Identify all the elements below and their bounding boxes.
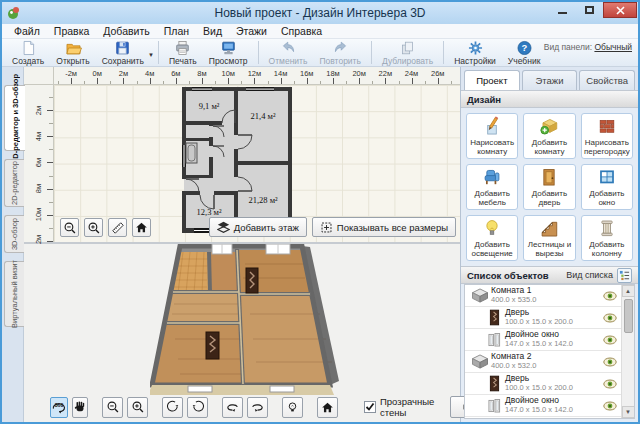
menu-item[interactable]: Этажи <box>229 25 274 37</box>
scroll-up-arrow[interactable]: ▲ <box>622 285 635 297</box>
scroll-down-arrow[interactable]: ▼ <box>622 406 635 418</box>
tilt-up-button[interactable] <box>162 397 183 418</box>
visibility-eye-button[interactable] <box>603 379 617 389</box>
print-button[interactable]: Печать <box>163 39 203 66</box>
menu-item[interactable]: Справка <box>274 25 329 37</box>
visibility-eye-button[interactable] <box>603 335 617 345</box>
editor-column: -2м0м2м4м6м8м10м12м14м16м18м20м22м24м26м… <box>24 67 460 422</box>
close-button[interactable] <box>603 2 637 18</box>
title-bar[interactable]: Новый проект - Дизайн Интерьера 3D <box>2 2 638 24</box>
ruler-tick-label: 10м <box>215 67 241 84</box>
new-document-icon <box>20 40 37 56</box>
save-dropdown-arrow[interactable]: ▼ <box>148 48 154 58</box>
draw-room-button[interactable]: Нарисовать комнату <box>466 113 518 159</box>
menu-item[interactable]: План <box>157 25 196 37</box>
ruler-tick-label: 10м <box>24 202 53 228</box>
add-floor-icon <box>217 221 230 234</box>
list-view-icon <box>619 270 630 281</box>
help-icon: ? <box>516 40 533 56</box>
rotate-360-button[interactable]: 360 <box>50 397 68 418</box>
tab-properties[interactable]: Свойства <box>579 70 635 90</box>
visibility-eye-button[interactable] <box>603 291 617 301</box>
add-room-button[interactable]: Добавить комнату <box>523 113 575 159</box>
settings-button[interactable]: Настройки <box>448 39 502 66</box>
ruler-icon <box>111 221 125 235</box>
menu-item[interactable]: Добавить <box>96 25 156 37</box>
measure-tool-button[interactable] <box>108 218 127 237</box>
eye-icon <box>603 291 617 301</box>
zoom-in-2d-button[interactable] <box>84 218 103 237</box>
open-button[interactable]: Открыть <box>50 39 95 66</box>
home-view-2d-button[interactable] <box>132 218 151 237</box>
plan-canvas-2d[interactable]: 9,1 м² 21,4 м² 21,28 м² 12,3 м² <box>54 85 460 242</box>
objects-scrollbar[interactable]: ▲ ▼ <box>621 285 634 418</box>
tutorial-button[interactable]: ? Учебник <box>502 39 547 66</box>
duplicate-button[interactable]: Дублировать <box>376 39 439 66</box>
menu-item[interactable]: Файл <box>7 25 47 37</box>
lightbulb-icon <box>481 218 503 239</box>
object-list-item[interactable]: Двойное окно 147.0 x 15.0 x 142.0 <box>465 395 621 417</box>
add-column-button[interactable]: Добавить колонну <box>581 215 633 261</box>
list-view-button[interactable] <box>617 268 632 283</box>
zoom-out-icon <box>63 221 77 235</box>
add-lighting-button[interactable]: Добавить освещение <box>466 215 518 261</box>
scrollbar-thumb[interactable] <box>624 299 633 333</box>
ruler-tick-label: 14м <box>268 67 294 84</box>
tilt-down-button[interactable] <box>187 397 208 418</box>
zoom-in-icon <box>87 221 101 235</box>
tab-floors[interactable]: Этажи <box>522 70 578 90</box>
monitor-icon <box>220 40 237 56</box>
menu-item[interactable]: Вид <box>196 25 229 37</box>
object-list-item[interactable]: Двойное окно 147.0 x 15.0 x 142.0 <box>465 329 621 351</box>
pan-hand-button[interactable] <box>72 397 88 418</box>
undo-button[interactable]: Отменить <box>263 39 314 66</box>
object-list-item[interactable]: Дверь 100.0 x 15.0 x 200.0 <box>465 307 621 329</box>
object-list-item[interactable]: Дверь 100.0 x 15.0 x 200.0 <box>465 373 621 395</box>
redo-button[interactable]: Повторить <box>313 39 367 66</box>
visibility-eye-button[interactable] <box>603 313 617 323</box>
right-panel-tabs: Проект Этажи Свойства <box>461 67 638 90</box>
ruler-tick-label: 6м <box>24 149 53 175</box>
object-dimensions: 100.0 x 15.0 x 200.0 <box>505 384 603 393</box>
new-button[interactable]: Создать <box>6 39 50 66</box>
home-view-3d-button[interactable] <box>317 397 338 418</box>
zoom-out-3d-button[interactable] <box>102 397 123 418</box>
orbit-right-button[interactable] <box>247 397 268 418</box>
preview-button[interactable]: Просмотр <box>203 39 254 66</box>
view-3d[interactable]: 360 <box>24 244 460 422</box>
menu-item[interactable]: Правка <box>47 25 96 37</box>
tab-2d-editor[interactable]: 2D-редактор <box>4 159 24 207</box>
room-area-label: 21,28 м² <box>248 195 278 205</box>
add-furniture-button[interactable]: Добавить мебель <box>466 164 518 210</box>
visibility-eye-button[interactable] <box>603 357 617 367</box>
tab-2d-and-3d[interactable]: 2D-редактор и 3D-обзор <box>4 85 25 151</box>
ruler-tick-label: 4м <box>24 123 53 149</box>
open-button-label: Открыть <box>56 56 89 66</box>
panel-view-value-link[interactable]: Обычный <box>594 42 632 52</box>
stairs-openings-button[interactable]: Лестницы и вырезы <box>523 215 575 261</box>
add-door-button[interactable]: Добавить дверь <box>523 164 575 210</box>
transparent-walls-toggle[interactable]: Прозрачные стены <box>364 396 434 418</box>
visibility-eye-button[interactable] <box>603 401 617 411</box>
maximize-button[interactable] <box>576 2 603 18</box>
tab-virtual-visit[interactable]: Виртуальный визит <box>4 261 24 327</box>
zoom-out-2d-button[interactable] <box>60 218 79 237</box>
floor-plan-2d[interactable]: 9,1 м² 21,4 м² 21,28 м² 12,3 м² <box>182 87 292 237</box>
zoom-in-3d-button[interactable] <box>127 397 148 418</box>
object-list-item[interactable]: Комната 1 400.0 x 535.0 <box>465 285 621 307</box>
checkmark-icon <box>365 402 375 412</box>
ruler-tick-label: 0м <box>84 67 110 84</box>
show-dimensions-button[interactable]: Показывать все размеры <box>312 217 456 237</box>
object-list-item[interactable]: Комната 2 400.0 x 532.0 <box>465 351 621 373</box>
tab-project[interactable]: Проект <box>464 70 520 90</box>
add-floor-button[interactable]: Добавить этаж <box>209 217 307 237</box>
ruler-tick-label: 8м <box>24 176 53 202</box>
minimize-button[interactable] <box>549 2 576 18</box>
lighting-button[interactable] <box>282 397 303 418</box>
add-window-button[interactable]: Добавить окно <box>581 164 633 210</box>
draw-partition-button[interactable]: Нарисовать перегородку <box>581 113 633 159</box>
transparent-walls-checkbox[interactable] <box>364 401 376 413</box>
save-button[interactable]: Сохранить <box>96 39 150 66</box>
tab-3d-view[interactable]: 3D-обзор <box>4 215 24 253</box>
orbit-left-button[interactable] <box>222 397 243 418</box>
